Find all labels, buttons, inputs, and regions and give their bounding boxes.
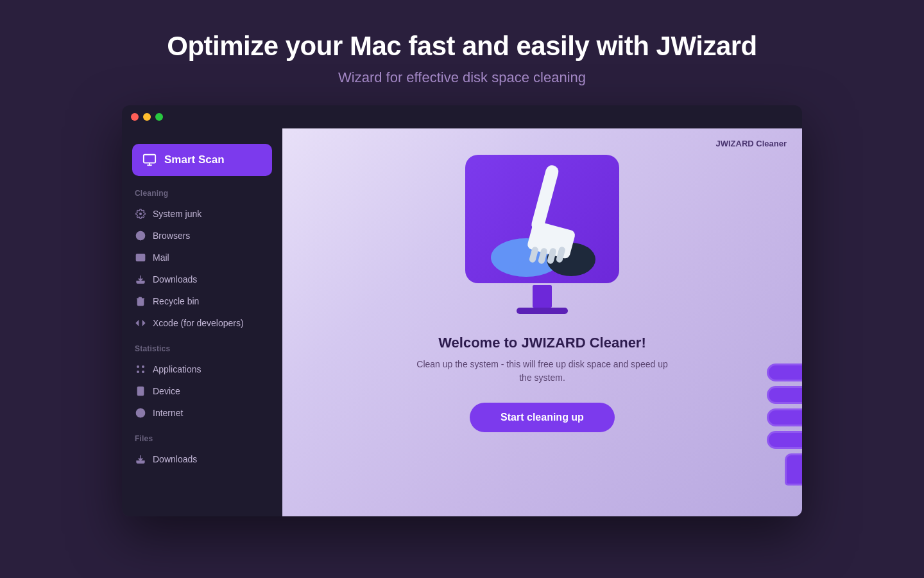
deco-bar-1 — [767, 363, 802, 381]
sidebar-item-browsers[interactable]: Browsers — [122, 225, 282, 247]
recycle-bin-label: Recycle bin — [153, 296, 199, 306]
internet-label: Internet — [153, 408, 183, 418]
welcome-content: Welcome to JWIZARD Cleaner! Clean up the… — [414, 335, 671, 432]
files-downloads-label: Downloads — [153, 454, 197, 464]
sidebar-section-cleaning: Cleaning System junk Browsers — [122, 189, 282, 334]
applications-label: Applications — [153, 364, 201, 374]
trash-icon — [135, 295, 146, 307]
system-junk-label: System junk — [153, 209, 201, 219]
sidebar-item-files-downloads[interactable]: Downloads — [122, 448, 282, 470]
section-label-statistics: Statistics — [122, 344, 282, 358]
app-name-label: JWIZARD Cleaner — [715, 139, 787, 148]
device-icon — [135, 385, 146, 397]
sidebar-section-statistics: Statistics Applications Device — [122, 344, 282, 424]
sidebar-item-mail[interactable]: Mail — [122, 247, 282, 268]
download-icon — [135, 274, 146, 285]
right-decoration — [767, 363, 802, 478]
monitor-base — [517, 308, 568, 314]
monitor-icon — [142, 153, 157, 167]
sidebar-item-device[interactable]: Device — [122, 380, 282, 402]
app-window: Smart Scan Cleaning System junk Browsers — [122, 105, 802, 516]
deco-bar-2 — [767, 386, 802, 404]
smart-scan-label: Smart Scan — [164, 153, 225, 166]
deco-bar-4 — [767, 431, 802, 449]
monitor-screen — [465, 155, 619, 283]
xcode-label: Xcode (for developers) — [153, 318, 244, 328]
svg-point-9 — [137, 371, 139, 373]
svg-rect-0 — [144, 155, 155, 163]
device-label: Device — [153, 386, 180, 396]
monitor-illustration — [452, 155, 632, 322]
traffic-light-yellow[interactable] — [143, 113, 151, 121]
sidebar-item-recycle-bin[interactable]: Recycle bin — [122, 290, 282, 312]
apps-icon — [135, 363, 146, 375]
welcome-title: Welcome to JWIZARD Cleaner! — [414, 335, 671, 351]
monitor-stand — [533, 285, 552, 308]
svg-point-3 — [139, 213, 142, 215]
svg-rect-11 — [137, 387, 143, 395]
sidebar-item-downloads[interactable]: Downloads — [122, 268, 282, 290]
sidebar-section-files: Files Downloads — [122, 434, 282, 470]
gear-icon — [135, 208, 146, 220]
sidebar-item-xcode[interactable]: Xcode (for developers) — [122, 312, 282, 334]
title-bar — [122, 105, 802, 128]
page-subtitle: Wizard for effective disk space cleaning — [13, 69, 911, 86]
files-download-icon — [135, 453, 146, 465]
sidebar: Smart Scan Cleaning System junk Browsers — [122, 128, 282, 516]
section-label-files: Files — [122, 434, 282, 448]
svg-point-7 — [137, 365, 139, 368]
broom-svg — [478, 158, 606, 280]
smart-scan-button[interactable]: Smart Scan — [132, 144, 272, 176]
code-icon — [135, 317, 146, 329]
svg-rect-18 — [530, 164, 560, 232]
browsers-label: Browsers — [153, 231, 190, 241]
sidebar-item-applications[interactable]: Applications — [122, 358, 282, 380]
traffic-light-green[interactable] — [155, 113, 163, 121]
page-header: Optimize your Mac fast and easily with J… — [0, 0, 924, 105]
traffic-light-red[interactable] — [131, 113, 139, 121]
deco-bar-3 — [767, 408, 802, 426]
sidebar-item-internet[interactable]: Internet — [122, 402, 282, 424]
main-panel: JWIZARD Cleaner — [282, 128, 802, 516]
svg-point-10 — [142, 371, 144, 373]
browsers-icon — [135, 230, 146, 241]
welcome-desc: Clean up the system - this will free up … — [414, 358, 671, 385]
section-label-cleaning: Cleaning — [122, 189, 282, 203]
svg-point-8 — [142, 365, 144, 368]
traffic-lights — [131, 113, 163, 121]
start-cleaning-button[interactable]: Start cleaning up — [470, 403, 615, 432]
thumb-top — [785, 453, 803, 486]
mail-icon — [135, 252, 146, 263]
mail-label: Mail — [153, 252, 169, 263]
downloads-label: Downloads — [153, 274, 197, 285]
internet-icon — [135, 407, 146, 419]
page-title: Optimize your Mac fast and easily with J… — [13, 31, 911, 62]
sidebar-item-system-junk[interactable]: System junk — [122, 203, 282, 225]
